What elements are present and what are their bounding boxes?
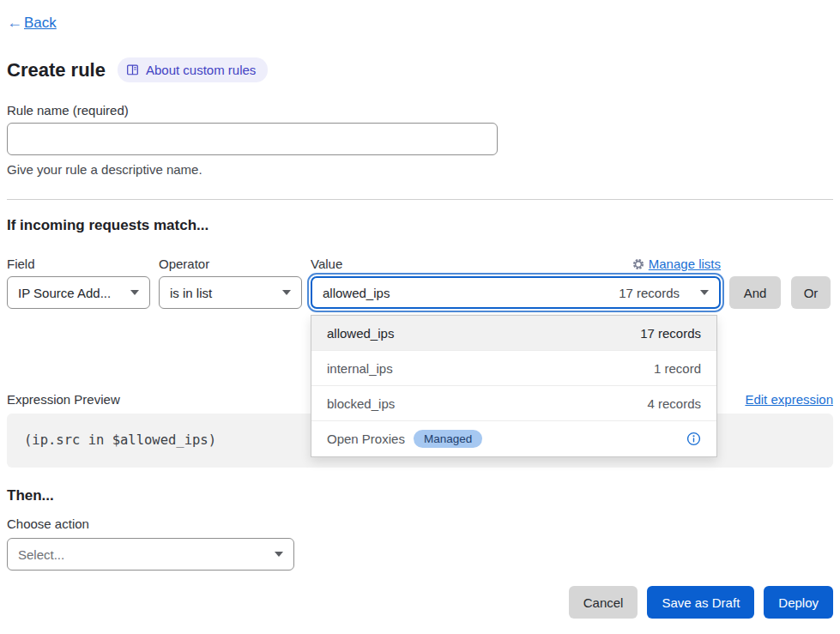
and-button[interactable]: And (729, 276, 781, 309)
condition-row: IP Source Add... is in list allowed_ips … (7, 276, 833, 309)
info-icon[interactable] (686, 432, 701, 446)
list-option-name: internal_ips (327, 361, 393, 376)
list-option-name: Open Proxies (327, 432, 405, 446)
action-select[interactable]: Select... (7, 538, 294, 571)
operator-select-value: is in list (170, 286, 212, 300)
expression-preview-label: Expression Preview (7, 392, 120, 407)
page-title: Create rule (7, 59, 106, 82)
lists-dropdown: allowed_ips 17 records internal_ips 1 re… (311, 315, 717, 457)
list-option-records: 4 records (647, 396, 701, 411)
rule-name-helper: Give your rule a descriptive name. (7, 162, 833, 177)
value-column: allowed_ips 17 records allowed_ips 17 re… (311, 276, 721, 309)
then-heading: Then... (7, 487, 833, 504)
section-divider (7, 199, 833, 200)
list-option-records: 1 record (654, 361, 701, 376)
rule-name-label: Rule name (required) (7, 103, 833, 118)
operator-select[interactable]: is in list (159, 276, 302, 309)
field-label: Field (7, 257, 150, 271)
rule-name-input[interactable] (7, 123, 498, 155)
managed-badge: Managed (414, 430, 482, 448)
about-custom-rules-link[interactable]: About custom rules (118, 57, 268, 82)
chevron-down-icon (275, 552, 283, 557)
or-button[interactable]: Or (791, 276, 831, 309)
manage-lists-label: Manage lists (649, 257, 721, 271)
footer-actions: Cancel Save as Draft Deploy (7, 586, 833, 619)
list-option-allowed-ips[interactable]: allowed_ips 17 records (311, 316, 716, 351)
list-option-blocked-ips[interactable]: blocked_ips 4 records (311, 386, 716, 421)
deploy-button[interactable]: Deploy (764, 586, 833, 619)
create-rule-page: ←Back Create rule About custom rules Rul… (0, 0, 840, 634)
book-icon (126, 63, 139, 76)
about-custom-rules-label: About custom rules (146, 63, 256, 77)
back-link[interactable]: ←Back (7, 14, 57, 32)
list-option-open-proxies[interactable]: Open Proxies Managed (311, 421, 716, 456)
chevron-down-icon (700, 290, 709, 295)
operator-label: Operator (159, 257, 302, 271)
value-selected-records: 17 records (619, 286, 680, 300)
value-label: Value (311, 257, 342, 271)
expression-code: (ip.src in $allowed_ips) (24, 432, 216, 448)
value-combobox[interactable]: allowed_ips 17 records (311, 276, 721, 309)
gear-icon (632, 258, 644, 270)
list-option-internal-ips[interactable]: internal_ips 1 record (311, 351, 716, 386)
list-option-records: 17 records (640, 326, 701, 341)
chevron-down-icon (130, 290, 139, 295)
choose-action-label: Choose action (7, 516, 833, 531)
field-select[interactable]: IP Source Add... (7, 276, 150, 309)
action-select-placeholder: Select... (18, 547, 64, 562)
back-link-label: Back (24, 15, 57, 32)
save-as-draft-button[interactable]: Save as Draft (647, 586, 754, 619)
back-arrow-icon: ← (7, 14, 22, 32)
match-heading: If incoming requests match... (7, 217, 833, 234)
edit-expression-link[interactable]: Edit expression (745, 392, 833, 407)
cancel-button[interactable]: Cancel (569, 586, 638, 619)
manage-lists-link[interactable]: Manage lists (632, 257, 721, 271)
list-option-name: allowed_ips (327, 326, 394, 341)
chevron-down-icon (282, 290, 291, 295)
value-selected-name: allowed_ips (323, 286, 619, 300)
list-option-name: blocked_ips (327, 396, 395, 411)
field-select-value: IP Source Add... (18, 286, 111, 300)
condition-labels-row: Field Operator Value Manage lists (7, 257, 833, 271)
title-row: Create rule About custom rules (7, 57, 833, 82)
